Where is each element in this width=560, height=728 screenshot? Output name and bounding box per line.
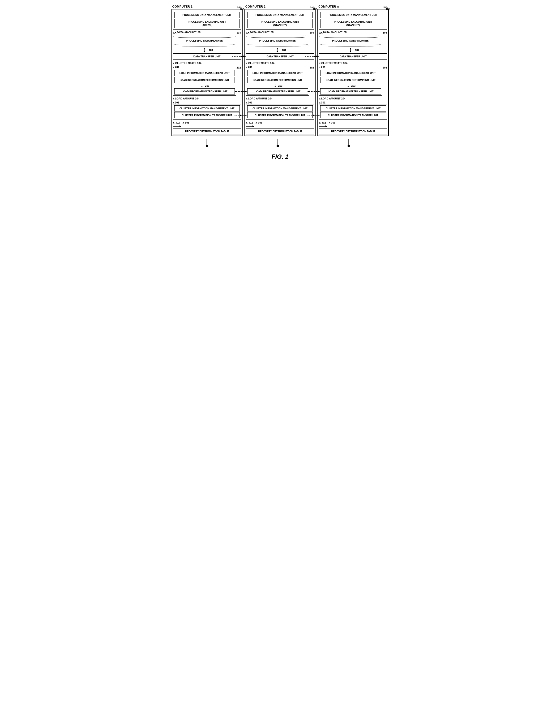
load-ref-201: 201 [321,66,325,69]
data-amount-zigzag: xx [173,31,176,34]
refs-302-303-row: x 302 x 303 [246,121,262,124]
svg-marker-21 [274,86,276,87]
cluster-state-text: CLUSTER STATE 304 [175,62,201,64]
processing-exec-unit: PROCESSING EXECUTING UNIT(STANDBY) [320,19,386,28]
cluster-info-col: x 301 CLUSTER INFORMATION MANAGEMENT UNI… [319,101,387,120]
data-amount-label-row: xx DATA AMOUNT 105 [246,31,309,34]
recovery-det-table: RECOVERY DETERMINATION TABLE [173,128,241,134]
cluster-info-mgmt-unit: CLUSTER INFORMATION MANAGEMENT UNIT [247,105,313,111]
data-amount-row: xx DATA AMOUNT 105 PROCESSING DATA (MEMO… [246,31,314,47]
cyl-body: PROCESSING DATA (MEMORY) [173,38,236,44]
computer-outer-box: 102 PROCESSING DATA MANAGEMENT UNIT PROC… [171,9,243,136]
arrow-203-svg [346,84,351,88]
arrow-203-row: 203 [320,84,381,88]
recovery-det-table: RECOVERY DETERMINATION TABLE [246,128,314,134]
arrow-203-row: 203 [247,84,308,88]
svg-marker-40 [317,90,319,92]
three-computers-grid: COMPUTER 1 101 102 PROCESSING DATA MANAG… [171,5,389,136]
load-amount-row: x LOAD AMOUNT 204 [246,97,314,100]
svg-point-51 [347,145,350,147]
dashed-left-cluster [308,113,321,118]
svg-marker-12 [180,125,181,127]
data-amount-text: DATA AMOUNT [323,31,342,34]
ref-103: 103 [310,31,314,34]
cluster-ref-row: x 301 [319,101,387,104]
computer-outer-box: 102 PROCESSING DATA MANAGEMENT UNIT PROC… [244,9,316,136]
data-amount-zigzag: xx [246,31,249,34]
svg-marker-34 [350,51,351,52]
comp-title: COMPUTER 2 [245,5,265,8]
cluster-info-transfer-unit: CLUSTER INFORMATION TRANSFER UNIT [247,112,313,118]
svg-marker-2 [203,51,205,52]
cyl-body: PROCESSING DATA (MEMORY) [246,38,309,44]
data-amount-zigzag: xx [319,31,322,34]
load-ref-201: 201 [175,66,179,69]
data-amount-text: DATA AMOUNT [250,31,269,34]
load-info-section: x 201 LOAD INFORMATION MANAGEMENT UNIT L… [319,66,387,96]
recovery-col: x 302 x 303 RECOVERY DETERMINATION TABLE [246,121,314,134]
recovery-row: x 302 x 303 RECOVERY DETERMINATION TABLE [319,121,387,134]
dashed-left-cluster [235,113,248,118]
data-amount-text: DATA AMOUNT [177,31,196,34]
load-info-section: x 201 LOAD INFORMATION MANAGEMENT UNIT L… [173,66,241,96]
load-ref-201-zigzag: x [319,66,321,69]
cyl-top [173,35,236,38]
cluster-info-section: x 301 CLUSTER INFORMATION MANAGEMENT UNI… [246,101,314,120]
diagram-container: COMPUTER 1 101 102 PROCESSING DATA MANAG… [171,5,389,160]
arrow-104-row: 104 [319,47,387,53]
cluster-state-label-row: x CLUSTER STATE 304 [319,62,387,64]
load-ref-201-zigzag: x [173,66,175,69]
cluster-state-zigzag: x [246,62,248,64]
cylinder-shape: PROCESSING DATA (MEMORY) [319,35,382,47]
data-amount-label-row: xx DATA AMOUNT 105 [173,31,236,34]
recovery-row: x 302 x 303 RECOVERY DETERMINATION TABLE [246,121,314,134]
cyl-bottom [173,44,236,47]
ref-102: 102 [239,8,244,10]
load-amount-row: x LOAD AMOUNT 204 [173,97,241,100]
cluster-state-label-row: x CLUSTER STATE 304 [246,62,314,64]
load-info-det-unit: LOAD INFORMATION DETERMINING UNIT [320,77,381,83]
svg-marker-42 [317,114,319,116]
cluster-state-text: CLUSTER STATE 304 [321,62,347,64]
load-info-group: LOAD INFORMATION MANAGEMENT UNIT LOAD IN… [173,69,236,96]
cluster-info-col: x 301 CLUSTER INFORMATION MANAGEMENT UNI… [173,101,241,120]
cluster-info-mgmt-unit: CLUSTER INFORMATION MANAGEMENT UNIT [174,105,240,111]
ref-202: 202 [383,66,387,69]
load-info-transfer-unit: LOAD INFORMATION TRANSFER UNIT [247,88,308,94]
svg-marker-1 [203,48,205,49]
svg-marker-44 [325,125,327,127]
ref-102: 102 [313,8,317,10]
processing-data-mgmt-unit: PROCESSING DATA MANAGEMENT UNIT [247,12,313,18]
load-ref-row: x 201 [246,66,309,69]
recovery-col: x 302 x 303 RECOVERY DETERMINATION TABLE [319,121,387,134]
cluster-info-transfer-unit: CLUSTER INFORMATION TRANSFER UNIT [320,112,386,118]
processing-data-mgmt-group: PROCESSING DATA MANAGEMENT UNIT PROCESSI… [246,11,314,30]
cluster-ref-301: 301 [175,101,179,104]
cyl-top [319,35,382,38]
arrow-recovery-svg [319,124,329,128]
comp-title: COMPUTER n [318,5,339,8]
ref-302: 302 [248,121,253,124]
svg-point-50 [277,145,279,147]
bottom-line [171,139,384,151]
arrow-recovery-row [173,124,183,128]
cluster-ref-301-zigzag: x [173,101,175,104]
cluster-info-transfer-unit: CLUSTER INFORMATION TRANSFER UNIT [174,112,240,118]
svg-marker-36 [316,56,318,57]
load-info-mgmt-unit: LOAD INFORMATION MANAGEMENT UNIT [174,70,235,76]
data-transfer-unit: DATA TRANSFER UNIT [173,53,241,60]
cylinder-shape: PROCESSING DATA (MEMORY) [173,35,236,47]
svg-point-49 [205,145,208,147]
cluster-info-group: CLUSTER INFORMATION MANAGEMENT UNIT CLUS… [319,104,387,120]
cluster-info-mgmt-unit: CLUSTER INFORMATION MANAGEMENT UNIT [320,105,386,111]
cluster-ref-301-zigzag: x [319,101,321,104]
cylinder-shape: PROCESSING DATA (MEMORY) [246,35,309,47]
load-info-section: x 201 LOAD INFORMATION MANAGEMENT UNIT L… [246,66,314,96]
cluster-state-text: CLUSTER STATE 304 [248,62,274,64]
arrow-104-row: 104 [246,47,314,53]
load-info-transfer-unit: LOAD INFORMATION TRANSFER UNIT [320,88,381,94]
data-transfer-unit: DATA TRANSFER UNIT [246,53,314,60]
cyl-top [246,35,309,38]
cluster-info-section: x 301 CLUSTER INFORMATION MANAGEMENT UNI… [319,101,387,120]
dashed-left-arrow [232,54,246,59]
